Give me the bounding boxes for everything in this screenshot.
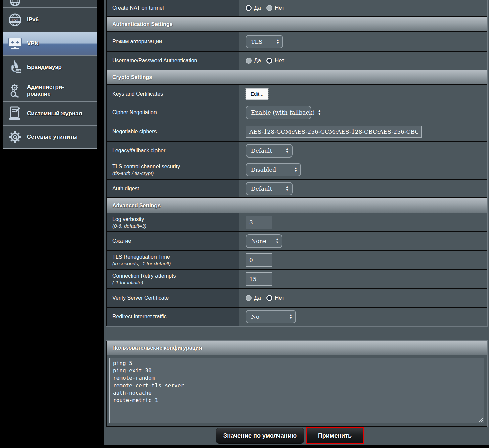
sidebar-item-label: IPv6 [27,16,39,23]
default-values-button[interactable]: Значение по умолчанию [216,428,304,444]
select-arrows-icon: ▲▼ [289,314,292,320]
radio-no[interactable] [266,295,272,301]
ipv6-globe-icon: IPV6 [7,13,23,27]
section-header-authentication: Authentication Settings [107,17,487,32]
compression-select[interactable]: None ▲▼ [246,234,282,248]
setting-label: Legacy/fallback cipher [112,148,235,154]
footer-actions: Значение по умолчанию Применить [104,427,489,445]
sidebar-item-label: VPN [27,40,39,47]
sidebar-item-firewall[interactable]: Брандмауэр [3,56,97,79]
custom-config-textarea[interactable]: ping 5 ping-exit 30 remote-random remote… [110,358,484,423]
select-arrows-icon: ▲▼ [294,167,297,173]
log-verbosity-input[interactable] [246,216,272,229]
auth-mode-select[interactable]: TLS ▲▼ [246,35,283,48]
setting-sublabel: (tls-auth / tls-crypt) [112,170,235,176]
row-auth-mode: Режим авторизации TLS ▲▼ [107,32,487,52]
main-content: Create NAT on tunnel Да Нет Authenticati… [104,0,489,445]
custom-config-field: ping 5 ping-exit 30 remote-random remote… [109,358,484,423]
row-negotiable-ciphers: Negotiable ciphers [107,122,487,142]
row-tls-control-security: TLS control channel security (tls-auth /… [107,160,487,180]
sidebar-item-administration[interactable]: Администри- рование [3,79,97,102]
cipher-negotiation-select[interactable]: Enable (with fallback) ▲▼ [246,106,311,119]
radio-yes[interactable] [246,58,252,64]
sidebar-item-label: Администри- рование [27,83,64,98]
partial-globe-icon [7,0,23,7]
redirect-traffic-select[interactable]: No ▲▼ [246,310,296,323]
row-legacy-cipher: Legacy/fallback cipher Default ▲▼ [107,142,487,160]
row-userpass-auth: Username/Password Authentication Да Нет [107,52,487,70]
radio-no-label: Нет [275,5,284,11]
setting-label: Username/Password Authentication [112,58,235,64]
setting-label: Connection Retry attempts [112,273,235,279]
sidebar-item-label: Брандмауэр [27,63,62,71]
custom-config-header: Пользовательские конфигурация [107,341,487,355]
apply-button-highlight: Применить [306,427,364,444]
row-log-verbosity: Log verbosity (0-6, default=3) [107,213,487,232]
setting-label: Log verbosity [112,216,235,222]
verify-cert-radio-group: Да Нет [246,295,290,301]
setting-label: Create NAT on tunnel [112,5,235,11]
radio-yes-label: Да [254,57,261,64]
setting-label: Cipher Negotiation [112,109,235,116]
select-arrows-icon: ▲▼ [318,109,321,116]
radio-yes[interactable] [246,295,252,301]
setting-label: Auth digest [112,186,235,192]
sidebar-item-partial[interactable] [3,0,97,8]
row-verify-server-cert: Verify Server Certificate Да Нет [107,289,487,308]
keys-certificates-edit-button[interactable]: Edit... [246,88,268,100]
sidebar: IPV6 IPv6 VPN [3,0,97,149]
select-arrows-icon: ▲▼ [286,147,289,154]
sidebar-item-label: Системный журнал [27,110,82,117]
custom-config-table: Пользовательские конфигурация ping 5 pin… [106,341,487,427]
setting-sublabel: (in seconds, -1 for default) [112,261,235,266]
tls-renegotiation-input[interactable] [246,253,272,267]
radio-yes-label: Да [254,295,261,301]
userpass-radio-group: Да Нет [246,57,290,64]
row-auth-digest: Auth digest Default ▲▼ [107,180,487,198]
radio-no[interactable] [266,5,272,11]
radio-yes-label: Да [254,5,261,11]
auth-digest-select[interactable]: Default ▲▼ [246,182,293,195]
radio-no-label: Нет [275,295,284,301]
setting-label: Сжатие [112,238,235,244]
negotiable-ciphers-input[interactable] [246,126,422,138]
setting-label: Redirect Internet traffic [112,314,235,320]
setting-label: TLS control channel security [112,164,235,170]
sidebar-item-system-log[interactable]: Системный журнал [3,102,97,126]
vpn-settings-table: Create NAT on tunnel Да Нет Authenticati… [106,0,487,326]
sidebar-item-vpn[interactable]: VPN [3,32,97,56]
row-redirect-traffic: Redirect Internet traffic No ▲▼ [107,308,487,326]
setting-label: TLS Renegotiation Time [112,254,235,260]
sidebar-item-network-tools[interactable]: Сетевые утилиты [3,126,97,148]
row-cipher-negotiation: Cipher Negotiation Enable (with fallback… [107,103,487,122]
radio-yes[interactable] [246,5,252,11]
select-arrows-icon: ▲▼ [286,185,289,192]
setting-sublabel: (0-6, default=3) [112,223,235,229]
svg-text:IPV6: IPV6 [12,18,18,22]
select-arrows-icon: ▲▼ [276,238,279,244]
sidebar-item-label: Сетевые утилиты [27,133,78,140]
apply-button[interactable]: Применить [307,428,363,443]
setting-label: Keys and Certificates [112,91,235,97]
section-header-crypto: Crypto Settings [107,70,487,85]
setting-label: Negotiable ciphers [112,129,235,135]
create-nat-radio-group: Да Нет [246,5,290,11]
sidebar-item-ipv6[interactable]: IPV6 IPv6 [3,8,97,32]
tls-control-security-select[interactable]: Disabled ▲▼ [246,163,301,176]
system-log-icon [7,106,23,121]
row-compression: Сжатие None ▲▼ [107,232,487,251]
firewall-flame-icon [7,60,23,75]
radio-no[interactable] [266,58,272,64]
row-keys-certificates: Keys and Certificates Edit... [107,85,487,103]
radio-no-label: Нет [275,57,284,64]
vpn-monitor-icon [7,37,23,50]
row-create-nat: Create NAT on tunnel Да Нет [107,0,487,17]
legacy-cipher-select[interactable]: Default ▲▼ [246,144,293,158]
section-header-advanced: Advanced Settings [107,198,487,213]
select-arrows-icon: ▲▼ [276,39,279,45]
row-retry-attempts: Connection Retry attempts (-1 for infini… [107,270,487,289]
setting-label: Verify Server Certificate [112,295,235,301]
retry-attempts-input[interactable] [246,272,272,286]
setting-sublabel: (-1 for infinite) [112,280,235,285]
network-tools-gear-icon [7,130,23,144]
